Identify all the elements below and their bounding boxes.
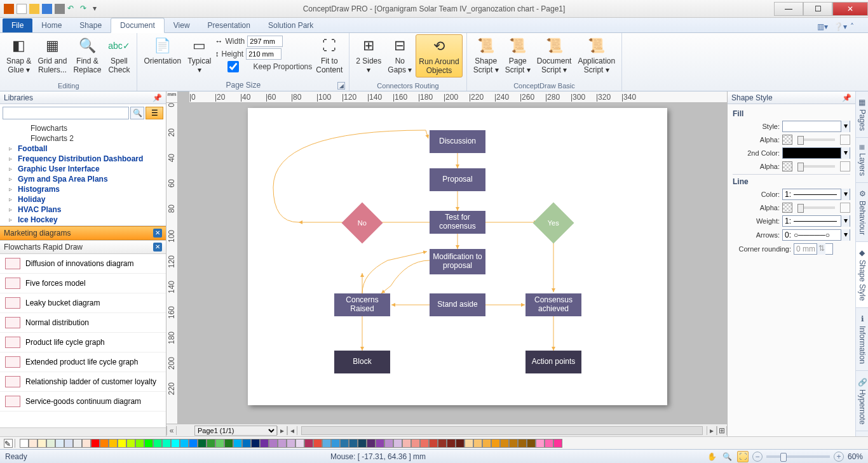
color-swatch[interactable] [55, 439, 64, 448]
color-swatch[interactable] [251, 439, 260, 448]
typical-button[interactable]: ▭Typical ▾ [185, 34, 214, 76]
color-swatch[interactable] [73, 439, 82, 448]
page-prev2[interactable]: ◂ [287, 426, 297, 435]
library-view-toggle[interactable]: ☰ [146, 107, 163, 119]
page-size-dialog-icon[interactable]: ◢ [337, 82, 345, 90]
color-swatch[interactable] [100, 439, 109, 448]
run-around-objects-button[interactable]: ⟲Run Around Objects [416, 34, 462, 77]
color-swatch[interactable] [153, 439, 162, 448]
zoom-out-button[interactable]: − [752, 452, 763, 462]
library-tree[interactable]: Flowcharts Flowcharts 2 ▹Football ▹Frequ… [0, 122, 166, 226]
grid-rulers-button[interactable]: ▦Grid and Rulers... [35, 34, 69, 76]
tree-item[interactable]: ▹Histograms [0, 184, 166, 194]
no-gaps-button[interactable]: ⊟No Gaps ▾ [385, 34, 414, 76]
color-swatch[interactable] [295, 439, 304, 448]
color-swatch[interactable] [144, 439, 153, 448]
color-swatch[interactable] [215, 439, 224, 448]
color-swatch[interactable] [135, 439, 144, 448]
second-alpha-slider[interactable] [797, 165, 835, 168]
tab-shape[interactable]: Shape [71, 18, 111, 32]
page[interactable]: Discussion Proposal Test for consensus M… [248, 108, 667, 405]
line-alpha-slider[interactable] [797, 206, 835, 209]
color-swatch[interactable] [331, 439, 340, 448]
tree-item[interactable]: Flowcharts 2 [0, 133, 166, 144]
color-swatch[interactable] [367, 439, 376, 448]
color-swatch[interactable] [465, 439, 473, 448]
window-list-icon[interactable]: ▥▾ [817, 22, 827, 32]
canvas-viewport[interactable]: Discussion Proposal Test for consensus M… [178, 103, 727, 424]
node-discussion[interactable]: Discussion [430, 130, 485, 153]
tree-item[interactable]: ▹Ice Hockey [0, 215, 166, 225]
pan-tool-icon[interactable]: ✋ [707, 451, 718, 462]
color-swatch[interactable] [118, 439, 126, 448]
fit-tool-icon[interactable]: ⛶ [737, 451, 749, 462]
color-swatch[interactable] [500, 439, 509, 448]
color-swatch[interactable] [109, 439, 118, 448]
color-swatch[interactable] [393, 439, 402, 448]
print-icon[interactable] [55, 4, 65, 14]
color-swatch[interactable] [82, 439, 91, 448]
sidetab-pages[interactable]: ▦Pages [856, 91, 868, 138]
node-modification[interactable]: Modification to proposal [430, 249, 485, 274]
tab-solution-park[interactable]: Solution Park [259, 18, 322, 32]
color-swatch[interactable] [91, 439, 100, 448]
second-color-dropdown[interactable]: ▾ [782, 147, 850, 159]
accordion-marketing[interactable]: Marketing diagrams✕ [0, 226, 166, 240]
fit-to-content-button[interactable]: ⛶Fit to Content [313, 34, 345, 76]
document-script-button[interactable]: 📜Document Script ▾ [534, 34, 574, 76]
shape-item[interactable]: Five forces model [0, 274, 166, 293]
tab-file[interactable]: File [3, 18, 32, 32]
shape-item[interactable]: Service-goods continuum diagram [0, 392, 166, 412]
maximize-button[interactable]: ☐ [803, 2, 832, 16]
sidetab-layers[interactable]: ≣Layers [856, 138, 868, 183]
tree-item[interactable]: Flowcharts [0, 123, 166, 133]
library-search-input[interactable] [3, 107, 129, 119]
zoom-tool-icon[interactable]: 🔍 [722, 451, 733, 462]
qat-dropdown-icon[interactable]: ▾ [93, 4, 103, 14]
snap-glue-button[interactable]: ◧Snap & Glue ▾ [4, 34, 34, 76]
left-hscroll[interactable] [0, 427, 166, 436]
sidetab-information[interactable]: ℹInformation [856, 308, 868, 371]
color-swatch[interactable] [349, 439, 358, 448]
minimize-button[interactable]: — [774, 2, 803, 16]
undo-icon[interactable]: ↶ [67, 4, 78, 14]
line-color-dropdown[interactable]: 1:▾ [782, 189, 850, 200]
sidetab-shape-style[interactable]: ◆Shape Style [856, 242, 868, 308]
node-test[interactable]: Test for consensus [430, 211, 485, 234]
corner-rounding-input[interactable]: 0 mm⇅ [794, 243, 833, 255]
tab-view[interactable]: View [165, 18, 199, 32]
node-stand-aside[interactable]: Stand aside [430, 293, 485, 316]
color-swatch[interactable] [518, 439, 527, 448]
color-swatch[interactable] [64, 439, 73, 448]
color-swatch[interactable] [358, 439, 367, 448]
weight-dropdown[interactable]: 1:▾ [782, 215, 850, 227]
color-swatch[interactable] [233, 439, 242, 448]
tree-item[interactable]: ▹Gym and Spa Area Plans [0, 174, 166, 184]
open-icon[interactable] [29, 4, 39, 14]
color-swatch[interactable] [536, 439, 545, 448]
sidetab-hypernote[interactable]: 🔗Hypernote [856, 371, 868, 431]
alpha-reset-icon[interactable] [840, 135, 850, 145]
arrows-dropdown[interactable]: 0:○─────○▾ [782, 229, 850, 241]
shape-item[interactable]: Leaky bucket diagram [0, 293, 166, 313]
tree-item[interactable]: ▹HVAC Plans [0, 205, 166, 215]
color-swatch[interactable] [482, 439, 491, 448]
color-swatch[interactable] [402, 439, 411, 448]
color-swatch[interactable] [473, 439, 482, 448]
color-swatch[interactable] [447, 439, 456, 448]
redo-icon[interactable]: ↷ [80, 4, 90, 14]
spell-check-button[interactable]: abc✓Spell Check [105, 34, 133, 76]
tree-item[interactable]: ▹Holiday [0, 194, 166, 205]
color-swatch[interactable] [287, 439, 295, 448]
page-selector[interactable]: Page1 (1/1) [194, 426, 277, 436]
shape-item[interactable]: Extended product life cycle graph [0, 352, 166, 372]
color-swatch[interactable] [162, 439, 171, 448]
orientation-button[interactable]: 📄Orientation [141, 34, 184, 67]
color-swatch[interactable] [189, 439, 198, 448]
keep-proportions-checkbox[interactable] [215, 61, 251, 72]
tree-item[interactable]: ▹Frequency Distribution Dashboard [0, 154, 166, 164]
node-block[interactable]: Block [334, 351, 390, 373]
node-yes[interactable]: Yes [539, 208, 568, 238]
close-icon[interactable]: ✕ [153, 229, 162, 238]
application-script-button[interactable]: 📜Application Script ▾ [575, 34, 618, 76]
